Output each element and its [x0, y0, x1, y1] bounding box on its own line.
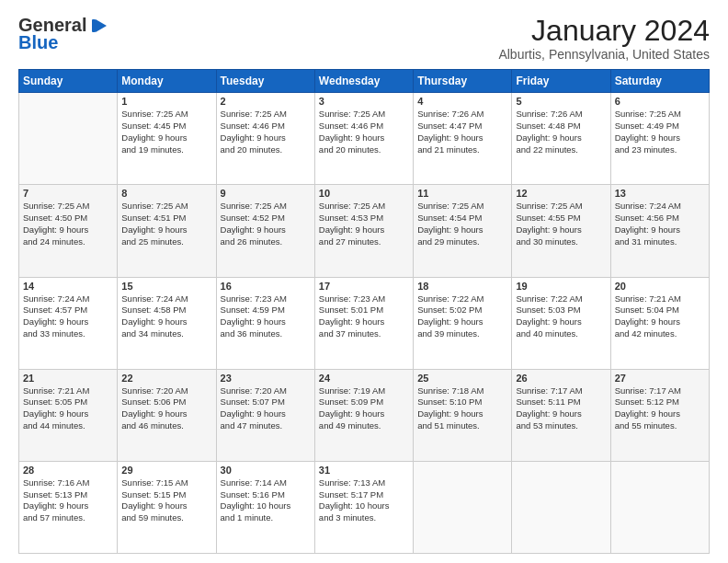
- calendar-cell: 15Sunrise: 7:24 AM Sunset: 4:58 PM Dayli…: [118, 277, 216, 369]
- day-info: Sunrise: 7:22 AM Sunset: 5:03 PM Dayligh…: [516, 293, 606, 340]
- calendar-cell: 13Sunrise: 7:24 AM Sunset: 4:56 PM Dayli…: [610, 185, 709, 277]
- day-number: 7: [23, 188, 113, 199]
- page: General Blue January 2024 Alburtis, Penn…: [0, 0, 728, 563]
- title-block: January 2024 Alburtis, Pennsylvania, Uni…: [498, 15, 710, 62]
- day-number: 27: [615, 373, 705, 384]
- calendar-cell: 4Sunrise: 7:26 AM Sunset: 4:47 PM Daylig…: [414, 93, 512, 185]
- day-number: 18: [417, 281, 507, 292]
- calendar-cell: 16Sunrise: 7:23 AM Sunset: 4:59 PM Dayli…: [216, 277, 314, 369]
- day-info: Sunrise: 7:17 AM Sunset: 5:11 PM Dayligh…: [516, 385, 606, 432]
- calendar-cell: [512, 461, 610, 553]
- logo-blue: Blue: [18, 32, 58, 53]
- day-number: 5: [516, 96, 606, 107]
- day-number: 14: [23, 281, 113, 292]
- calendar-cell: 27Sunrise: 7:17 AM Sunset: 5:12 PM Dayli…: [610, 369, 709, 461]
- column-header-saturday: Saturday: [610, 70, 709, 93]
- day-info: Sunrise: 7:15 AM Sunset: 5:15 PM Dayligh…: [121, 477, 211, 524]
- day-info: Sunrise: 7:25 AM Sunset: 4:45 PM Dayligh…: [121, 109, 211, 155]
- day-number: 15: [121, 281, 211, 292]
- day-info: Sunrise: 7:21 AM Sunset: 5:05 PM Dayligh…: [23, 385, 113, 432]
- day-info: Sunrise: 7:25 AM Sunset: 4:46 PM Dayligh…: [221, 109, 311, 155]
- svg-marker-0: [96, 19, 107, 32]
- logo-icon: [88, 16, 108, 36]
- day-number: 25: [417, 373, 507, 384]
- day-info: Sunrise: 7:18 AM Sunset: 5:10 PM Dayligh…: [417, 385, 507, 432]
- week-row-2: 7Sunrise: 7:25 AM Sunset: 4:50 PM Daylig…: [19, 185, 710, 277]
- calendar-title: January 2024: [498, 15, 710, 47]
- day-info: Sunrise: 7:19 AM Sunset: 5:09 PM Dayligh…: [319, 385, 409, 432]
- day-number: 9: [221, 188, 311, 199]
- day-number: 30: [221, 465, 311, 476]
- calendar-cell: 17Sunrise: 7:23 AM Sunset: 5:01 PM Dayli…: [314, 277, 413, 369]
- day-info: Sunrise: 7:25 AM Sunset: 4:55 PM Dayligh…: [516, 201, 606, 247]
- svg-rect-1: [92, 19, 96, 32]
- day-info: Sunrise: 7:24 AM Sunset: 4:56 PM Dayligh…: [615, 201, 705, 247]
- day-number: 31: [319, 465, 409, 476]
- day-info: Sunrise: 7:16 AM Sunset: 5:13 PM Dayligh…: [23, 477, 113, 524]
- calendar-cell: 12Sunrise: 7:25 AM Sunset: 4:55 PM Dayli…: [512, 185, 610, 277]
- calendar-cell: 5Sunrise: 7:26 AM Sunset: 4:48 PM Daylig…: [512, 93, 610, 185]
- day-info: Sunrise: 7:13 AM Sunset: 5:17 PM Dayligh…: [319, 477, 409, 524]
- calendar-cell: 9Sunrise: 7:25 AM Sunset: 4:52 PM Daylig…: [216, 185, 314, 277]
- calendar-cell: 21Sunrise: 7:21 AM Sunset: 5:05 PM Dayli…: [19, 369, 118, 461]
- day-info: Sunrise: 7:23 AM Sunset: 4:59 PM Dayligh…: [221, 293, 311, 340]
- calendar-cell: 2Sunrise: 7:25 AM Sunset: 4:46 PM Daylig…: [216, 93, 314, 185]
- day-number: 19: [516, 281, 606, 292]
- header: General Blue January 2024 Alburtis, Penn…: [18, 15, 710, 62]
- calendar-cell: 11Sunrise: 7:25 AM Sunset: 4:54 PM Dayli…: [414, 185, 512, 277]
- day-number: 20: [615, 281, 705, 292]
- calendar-cell: 22Sunrise: 7:20 AM Sunset: 5:06 PM Dayli…: [118, 369, 216, 461]
- calendar-cell: 10Sunrise: 7:25 AM Sunset: 4:53 PM Dayli…: [314, 185, 413, 277]
- column-header-sunday: Sunday: [19, 70, 118, 93]
- day-info: Sunrise: 7:20 AM Sunset: 5:07 PM Dayligh…: [221, 385, 311, 432]
- calendar-cell: 25Sunrise: 7:18 AM Sunset: 5:10 PM Dayli…: [414, 369, 512, 461]
- day-number: 12: [516, 188, 606, 199]
- calendar-cell: 28Sunrise: 7:16 AM Sunset: 5:13 PM Dayli…: [19, 461, 118, 553]
- week-row-1: 1Sunrise: 7:25 AM Sunset: 4:45 PM Daylig…: [19, 93, 710, 185]
- day-number: 21: [23, 373, 113, 384]
- day-info: Sunrise: 7:24 AM Sunset: 4:57 PM Dayligh…: [23, 293, 113, 340]
- calendar-cell: 14Sunrise: 7:24 AM Sunset: 4:57 PM Dayli…: [19, 277, 118, 369]
- day-number: 28: [23, 465, 113, 476]
- column-header-wednesday: Wednesday: [314, 70, 413, 93]
- day-info: Sunrise: 7:25 AM Sunset: 4:51 PM Dayligh…: [121, 201, 211, 247]
- calendar-cell: [414, 461, 512, 553]
- day-info: Sunrise: 7:23 AM Sunset: 5:01 PM Dayligh…: [319, 293, 409, 340]
- day-info: Sunrise: 7:25 AM Sunset: 4:52 PM Dayligh…: [221, 201, 311, 247]
- day-info: Sunrise: 7:26 AM Sunset: 4:48 PM Dayligh…: [516, 109, 606, 155]
- logo: General Blue: [18, 15, 108, 53]
- day-info: Sunrise: 7:14 AM Sunset: 5:16 PM Dayligh…: [221, 477, 311, 524]
- calendar-cell: 6Sunrise: 7:25 AM Sunset: 4:49 PM Daylig…: [610, 93, 709, 185]
- day-info: Sunrise: 7:20 AM Sunset: 5:06 PM Dayligh…: [121, 385, 211, 432]
- day-number: 6: [615, 96, 705, 107]
- column-header-tuesday: Tuesday: [216, 70, 314, 93]
- week-row-5: 28Sunrise: 7:16 AM Sunset: 5:13 PM Dayli…: [19, 461, 710, 553]
- day-number: 24: [319, 373, 409, 384]
- day-info: Sunrise: 7:25 AM Sunset: 4:49 PM Dayligh…: [615, 109, 705, 155]
- column-header-monday: Monday: [118, 70, 216, 93]
- day-info: Sunrise: 7:26 AM Sunset: 4:47 PM Dayligh…: [417, 109, 507, 155]
- day-number: 1: [121, 96, 211, 107]
- calendar-cell: 29Sunrise: 7:15 AM Sunset: 5:15 PM Dayli…: [118, 461, 216, 553]
- calendar-cell: 30Sunrise: 7:14 AM Sunset: 5:16 PM Dayli…: [216, 461, 314, 553]
- calendar-cell: [19, 93, 118, 185]
- day-number: 13: [615, 188, 705, 199]
- calendar-cell: 24Sunrise: 7:19 AM Sunset: 5:09 PM Dayli…: [314, 369, 413, 461]
- day-number: 17: [319, 281, 409, 292]
- day-info: Sunrise: 7:25 AM Sunset: 4:50 PM Dayligh…: [23, 201, 113, 247]
- day-number: 3: [319, 96, 409, 107]
- week-row-4: 21Sunrise: 7:21 AM Sunset: 5:05 PM Dayli…: [19, 369, 710, 461]
- day-info: Sunrise: 7:17 AM Sunset: 5:12 PM Dayligh…: [615, 385, 705, 432]
- day-number: 10: [319, 188, 409, 199]
- calendar-cell: 7Sunrise: 7:25 AM Sunset: 4:50 PM Daylig…: [19, 185, 118, 277]
- day-number: 23: [221, 373, 311, 384]
- calendar-cell: 19Sunrise: 7:22 AM Sunset: 5:03 PM Dayli…: [512, 277, 610, 369]
- calendar-cell: [610, 461, 709, 553]
- day-number: 4: [417, 96, 507, 107]
- calendar-header-row: SundayMondayTuesdayWednesdayThursdayFrid…: [19, 70, 710, 93]
- calendar-table: SundayMondayTuesdayWednesdayThursdayFrid…: [18, 69, 710, 554]
- calendar-cell: 18Sunrise: 7:22 AM Sunset: 5:02 PM Dayli…: [414, 277, 512, 369]
- day-number: 26: [516, 373, 606, 384]
- day-info: Sunrise: 7:22 AM Sunset: 5:02 PM Dayligh…: [417, 293, 507, 340]
- day-number: 16: [221, 281, 311, 292]
